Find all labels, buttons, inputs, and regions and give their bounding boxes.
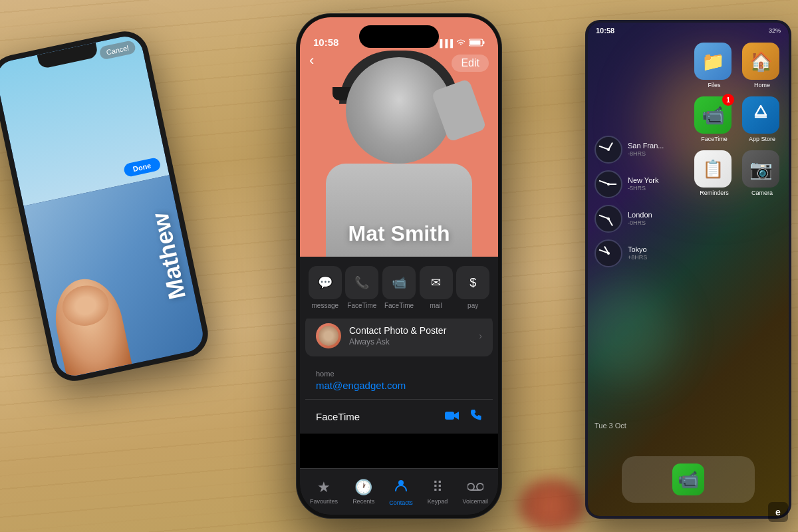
- tablet-clocks-widget: San Fran... -8HRS New York -5HRS: [595, 136, 681, 274]
- tablet-app-grid: 📁 Files 🏠 Home 📹 1 FaceTime: [694, 43, 782, 196]
- message-icon-circle: 💬: [309, 266, 342, 299]
- appstore-app-icon[interactable]: [742, 96, 779, 134]
- call-icon-circle: 📞: [345, 266, 378, 299]
- tablet-battery: 32%: [769, 27, 781, 34]
- message-button[interactable]: 💬 message: [309, 266, 342, 309]
- san-francisco-clock-info: San Fran... -8HRS: [628, 141, 664, 158]
- clock-center-dot: [607, 148, 610, 151]
- san-francisco-city-label: San Fran...: [628, 141, 664, 150]
- svg-rect-3: [445, 412, 454, 420]
- call-label: FaceTime: [347, 302, 376, 309]
- home-app-label: Home: [742, 82, 782, 88]
- clock-center-dot: [607, 217, 610, 220]
- message-label: message: [312, 302, 339, 309]
- contact-name: Mat Smith: [300, 221, 498, 246]
- san-francisco-time-diff: -8HRS: [628, 150, 664, 158]
- facetime-section: FaceTime: [305, 399, 493, 434]
- files-app-icon[interactable]: 📁: [694, 43, 732, 80]
- keypad-icon: ⠿: [432, 479, 443, 496]
- facetime-icon-symbol: 📹: [702, 104, 725, 126]
- new-york-time-diff: -5HRS: [628, 185, 658, 193]
- right-tablet: 10:58 32% 📁 Files 🏠 Home 📹 1: [585, 20, 791, 519]
- tablet-date-text: Tue 3 Oct: [595, 422, 782, 430]
- pay-button[interactable]: $ pay: [456, 266, 489, 309]
- facetime-app-label: FaceTime: [694, 136, 734, 142]
- facetime-badge: 1: [722, 94, 734, 106]
- keypad-label: Keypad: [428, 498, 448, 505]
- mail-button[interactable]: ✉ mail: [420, 266, 453, 309]
- reminders-app-icon[interactable]: 📋: [694, 150, 732, 188]
- tokyo-time-diff: +8HRS: [628, 254, 647, 262]
- svg-point-5: [398, 480, 404, 485]
- files-icon-symbol: 📁: [702, 51, 725, 72]
- camera-app-icon[interactable]: 📷: [742, 150, 779, 188]
- facetime-video-icon[interactable]: [445, 409, 460, 424]
- appstore-app-label: App Store: [742, 136, 782, 142]
- person-head: [346, 57, 452, 164]
- voicemail-icon: [467, 479, 483, 496]
- left-person-silhouette: [47, 273, 132, 378]
- appstore-icon-symbol: [751, 104, 770, 127]
- contact-info-section: Contact Photo & Poster Always Ask › home…: [300, 310, 498, 434]
- contact-photo-poster-row[interactable]: Contact Photo & Poster Always Ask ›: [305, 315, 493, 356]
- svg-point-6: [467, 483, 474, 490]
- favourites-icon: ★: [317, 479, 331, 496]
- dock-facetime-icon[interactable]: 📹: [672, 464, 704, 495]
- svg-marker-4: [454, 412, 459, 420]
- status-time: 10:58: [313, 37, 338, 48]
- email-value[interactable]: mat@engadget.com: [316, 380, 482, 391]
- clock-new-york: New York -5HRS: [595, 170, 681, 198]
- contact-photo-background: 10:58 ▐▐▐ ‹ Edit: [300, 17, 498, 257]
- poster-row-text: Contact Photo & Poster Always Ask: [349, 325, 479, 346]
- clock-center-dot: [607, 183, 610, 186]
- recents-icon: 🕐: [354, 479, 372, 496]
- camera-app-label: Camera: [742, 190, 782, 196]
- london-clock-face: [595, 205, 622, 233]
- tablet-time: 10:58: [596, 27, 614, 35]
- center-screen: 10:58 ▐▐▐ ‹ Edit: [300, 17, 498, 515]
- done-button[interactable]: Done: [122, 157, 161, 178]
- call-button[interactable]: 📞 FaceTime: [345, 266, 378, 309]
- mail-label: mail: [430, 302, 442, 309]
- london-clock-info: London -0HRS: [628, 210, 652, 227]
- wifi-icon: [456, 39, 466, 47]
- back-button[interactable]: ‹: [309, 52, 314, 69]
- clock-london: London -0HRS: [595, 205, 681, 233]
- left-contact-name: Mathew: [148, 211, 190, 302]
- reminders-icon-symbol: 📋: [702, 159, 724, 180]
- tokyo-clock-face: [595, 239, 622, 267]
- facetime-video-button[interactable]: 📹 FaceTime: [382, 266, 416, 309]
- signal-icon: ▐▐▐: [438, 39, 453, 47]
- tab-contacts[interactable]: Contacts: [389, 477, 413, 506]
- edit-button[interactable]: Edit: [452, 55, 489, 72]
- new-york-clock-info: New York -5HRS: [628, 176, 658, 193]
- tab-voicemail[interactable]: Voicemail: [462, 479, 488, 505]
- clock-san-francisco: San Fran... -8HRS: [595, 136, 681, 164]
- svg-point-7: [477, 483, 483, 490]
- facetime-icon-circle: 📹: [382, 266, 416, 299]
- home-icon-symbol: 🏠: [749, 51, 773, 72]
- pay-label: pay: [467, 302, 478, 309]
- pay-icon-circle: $: [456, 266, 489, 299]
- home-app-icon[interactable]: 🏠: [742, 43, 779, 80]
- action-buttons-bar: 💬 message 📞 FaceTime 📹 FaceTime ✉ mail $…: [300, 257, 498, 319]
- voicemail-label: Voicemail: [462, 498, 488, 505]
- tab-keypad[interactable]: ⠿ Keypad: [428, 479, 448, 505]
- mail-icon-circle: ✉: [420, 266, 453, 299]
- facetime-icons: [445, 409, 482, 424]
- tab-recents[interactable]: 🕐 Recents: [352, 479, 374, 505]
- london-city-label: London: [628, 210, 652, 219]
- contacts-icon: [393, 477, 409, 497]
- san-francisco-clock-face: [595, 136, 622, 164]
- email-section: home mat@engadget.com: [305, 362, 493, 399]
- clock-center-dot: [607, 252, 610, 255]
- dynamic-island: [359, 25, 439, 48]
- facetime-app-icon[interactable]: 📹 1: [694, 96, 732, 134]
- battery-icon: [469, 39, 485, 48]
- tablet-dock: 📹: [622, 456, 755, 503]
- tablet-date-bar: Tue 3 Oct: [595, 422, 782, 430]
- facetime-phone-icon[interactable]: [470, 409, 482, 424]
- tab-favourites[interactable]: ★ Favourites: [310, 479, 338, 505]
- files-app-label: Files: [694, 82, 734, 88]
- cancel-button[interactable]: Cancel: [98, 40, 136, 61]
